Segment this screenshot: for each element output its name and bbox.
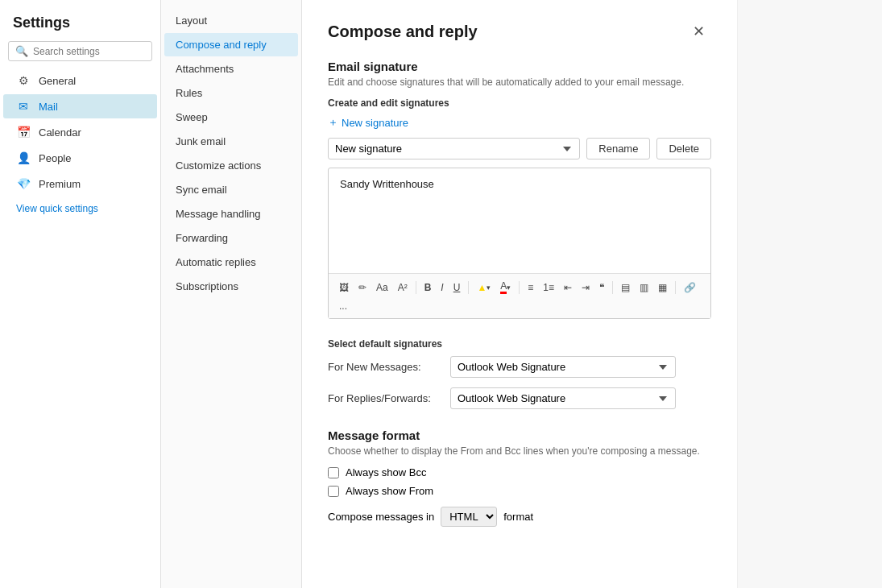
indent-inc-icon: ⇥ [582, 282, 590, 293]
toolbar-bold-button[interactable]: B [420, 280, 436, 296]
search-box[interactable]: 🔍 [8, 41, 152, 61]
email-signature-section: Email signature Edit and choose signatur… [328, 60, 711, 319]
subnav-layout[interactable]: Layout [164, 9, 298, 32]
premium-icon: 💎 [16, 177, 31, 190]
eraser-icon: ✏ [358, 282, 366, 293]
new-messages-label: For New Messages: [328, 361, 441, 373]
always-show-bcc-checkbox[interactable] [328, 467, 339, 478]
toolbar-align-center-button[interactable]: ▥ [636, 280, 652, 296]
subnav-automatic-replies[interactable]: Automatic replies [164, 251, 298, 274]
sidebar-item-calendar[interactable]: 📅 Calendar [3, 120, 157, 144]
toolbar-separator-2 [468, 281, 469, 294]
toolbar-fontcolor-button[interactable]: A ▾ [496, 278, 515, 296]
sidebar-item-label-people: People [39, 152, 71, 164]
superscript-icon: A² [398, 282, 408, 293]
toolbar-list-button[interactable]: ≡ [524, 280, 537, 296]
delete-button[interactable]: Delete [656, 138, 711, 159]
general-icon: ⚙ [16, 74, 31, 87]
subnav-compose-reply[interactable]: Compose and reply [164, 33, 298, 56]
ol-icon: 1≡ [543, 282, 554, 293]
subnav-sweep[interactable]: Sweep [164, 106, 298, 129]
subnav-customize-actions[interactable]: Customize actions [164, 154, 298, 177]
subnav-attachments[interactable]: Attachments [164, 57, 298, 81]
message-format-title: Message format [328, 429, 711, 442]
toolbar-eraser-button[interactable]: ✏ [354, 280, 371, 296]
new-messages-row: For New Messages: Outlook Web Signature [328, 356, 711, 378]
toolbar-superscript-button[interactable]: A² [394, 280, 412, 296]
subnav-junk-email[interactable]: Junk email [164, 130, 298, 153]
email-signature-desc: Edit and choose signatures that will be … [328, 77, 711, 88]
people-icon: 👤 [16, 151, 31, 164]
signature-toolbar: 🖼 ✏ Aa A² B I U ▲ ▾ [329, 273, 710, 318]
toolbar-italic-button[interactable]: I [437, 280, 447, 296]
rename-button[interactable]: Rename [586, 138, 650, 159]
fontcolor-icon: A [500, 280, 507, 294]
toolbar-indent-inc-button[interactable]: ⇥ [578, 280, 594, 296]
new-messages-select[interactable]: Outlook Web Signature [450, 356, 676, 378]
always-show-bcc-label: Always show Bcc [346, 466, 426, 478]
toolbar-separator-5 [675, 281, 676, 294]
fontcolor-chevron: ▾ [507, 284, 511, 292]
compose-format-select[interactable]: HTML [441, 507, 497, 527]
sidebar-item-label-mail: Mail [39, 101, 58, 113]
toolbar-link-button[interactable]: 🔗 [680, 280, 700, 296]
sidebar-item-label-calendar: Calendar [39, 126, 81, 139]
always-show-bcc-row: Always show Bcc [328, 466, 711, 478]
toolbar-ol-button[interactable]: 1≡ [539, 280, 558, 296]
new-signature-button[interactable]: ＋ New signature [328, 115, 408, 130]
toolbar-indent-dec-button[interactable]: ⇤ [560, 280, 576, 296]
align-left-icon: ▤ [621, 282, 630, 293]
toolbar-align-right-button[interactable]: ▦ [654, 280, 671, 296]
sidebar-item-people[interactable]: 👤 People [3, 146, 157, 170]
toolbar-underline-button[interactable]: U [449, 280, 465, 296]
sidebar-item-general[interactable]: ⚙ General [3, 68, 157, 93]
toolbar-image-button[interactable]: 🖼 [335, 280, 353, 296]
quote-icon: ❝ [599, 282, 604, 293]
toolbar-more-button[interactable]: ... [335, 298, 351, 314]
toolbar-separator-1 [416, 281, 416, 294]
plus-icon: ＋ [328, 115, 338, 130]
toolbar-quote-button[interactable]: ❝ [595, 280, 608, 296]
message-format-desc: Choose whether to display the From and B… [328, 445, 711, 457]
message-format-section: Message format Choose whether to display… [328, 429, 711, 527]
signature-content-area[interactable]: Sandy Writtenhouse [329, 168, 710, 273]
image-icon: 🖼 [339, 282, 349, 293]
toolbar-align-left-button[interactable]: ▤ [617, 280, 634, 296]
replies-select[interactable]: Outlook Web Signature [450, 387, 676, 409]
toolbar-highlight-button[interactable]: ▲ ▾ [473, 280, 495, 296]
compose-format-row: Compose messages in HTML format [328, 507, 711, 527]
signature-editor: Sandy Writtenhouse 🖼 ✏ Aa A² B I U [328, 168, 711, 319]
replies-forwards-row: For Replies/Forwards: Outlook Web Signat… [328, 387, 711, 409]
close-button[interactable]: ✕ [686, 19, 711, 43]
right-background-panel [737, 0, 882, 588]
highlight-icon: ▲ [477, 282, 487, 293]
align-center-icon: ▥ [640, 282, 648, 293]
toolbar-fontsize-button[interactable]: Aa [372, 280, 392, 296]
search-icon: 🔍 [15, 45, 28, 57]
page-title: Compose and reply [328, 23, 478, 41]
sidebar-item-premium[interactable]: 💎 Premium [3, 172, 157, 196]
signature-select[interactable]: New signature [328, 138, 580, 159]
main-content-panel: Compose and reply ✕ Email signature Edit… [302, 0, 737, 588]
subnav-message-handling[interactable]: Message handling [164, 202, 298, 226]
toolbar-separator-4 [612, 281, 613, 294]
new-sig-label: New signature [342, 117, 408, 129]
indent-dec-icon: ⇤ [564, 282, 572, 293]
subnav-forwarding[interactable]: Forwarding [164, 226, 298, 250]
view-quick-settings-label: View quick settings [16, 203, 98, 214]
always-show-from-checkbox[interactable] [328, 486, 339, 497]
subnav-rules[interactable]: Rules [164, 81, 298, 105]
more-icon: ... [339, 300, 347, 312]
always-show-from-row: Always show From [328, 485, 711, 497]
replies-label: For Replies/Forwards: [328, 392, 441, 404]
subnav-sync-email[interactable]: Sync email [164, 178, 298, 201]
create-edit-sigs-label: Create and edit signatures [328, 97, 711, 109]
fontsize-icon: Aa [376, 282, 388, 293]
view-quick-settings-link[interactable]: View quick settings [3, 197, 157, 220]
panel-header: Compose and reply ✕ [328, 19, 711, 43]
list-icon: ≡ [528, 282, 533, 293]
sidebar-item-mail[interactable]: ✉ Mail [3, 94, 157, 118]
search-input[interactable] [33, 46, 145, 57]
settings-sidebar: Settings 🔍 ⚙ General ✉ Mail 📅 Calendar 👤… [0, 0, 161, 588]
subnav-subscriptions[interactable]: Subscriptions [164, 275, 298, 298]
